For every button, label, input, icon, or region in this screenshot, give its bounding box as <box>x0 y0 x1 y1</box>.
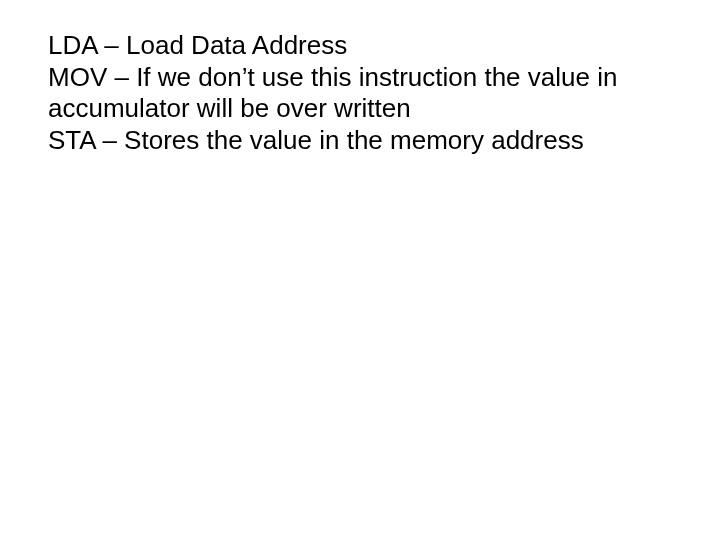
line-lda: LDA – Load Data Address <box>48 30 672 62</box>
slide-text: LDA – Load Data Address MOV – If we don’… <box>48 30 672 157</box>
line-sta: STA – Stores the value in the memory add… <box>48 125 672 157</box>
slide: LDA – Load Data Address MOV – If we don’… <box>0 0 720 540</box>
line-mov: MOV – If we don’t use this instruction t… <box>48 62 672 125</box>
